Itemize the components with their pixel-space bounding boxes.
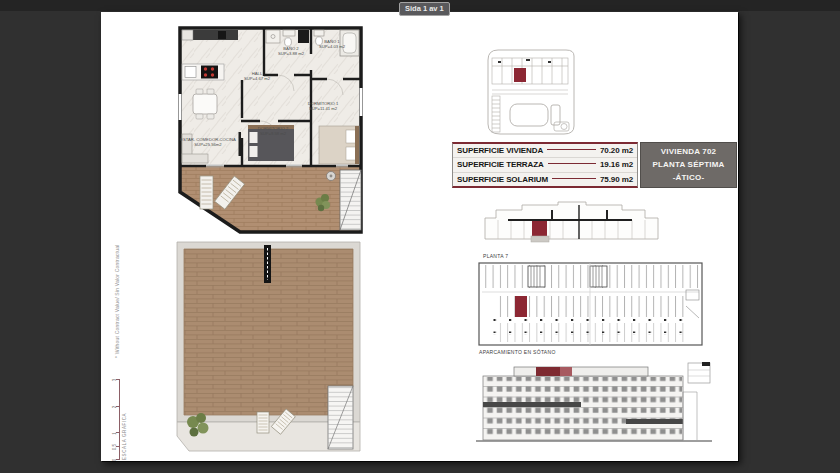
leader-line bbox=[548, 163, 596, 164]
skylight bbox=[264, 245, 271, 283]
floor-highlighted-unit bbox=[532, 221, 547, 236]
sink bbox=[185, 67, 196, 78]
parking-caption: APARCAMIENTO EN SÓTANO bbox=[479, 349, 556, 355]
surface-label: SUPERFICIE TERRAZA bbox=[457, 160, 544, 169]
building-elevation bbox=[476, 362, 712, 447]
elevation-dark-band-1 bbox=[483, 402, 581, 407]
title-block: VIVIENDA 702 PLANTA SÉPTIMA -ÁTICO- bbox=[640, 142, 737, 188]
floor-name: PLANTA SÉPTIMA bbox=[641, 159, 736, 171]
disclaimer-text: * Without Contract Value/ Sin Valor Cont… bbox=[114, 186, 120, 358]
document-page: * Without Contract Value/ Sin Valor Cont… bbox=[101, 12, 738, 461]
stair-core-2 bbox=[590, 266, 607, 287]
elevation-right-wing bbox=[683, 392, 697, 440]
site-pool bbox=[510, 104, 560, 126]
unit-number: VIVIENDA 702 bbox=[641, 146, 736, 158]
parking-plan bbox=[478, 262, 703, 346]
cooktop bbox=[201, 66, 218, 79]
floor-key-caption: PLANTA 7 bbox=[483, 253, 508, 259]
elevation-highlighted-unit bbox=[536, 367, 560, 376]
stair-core-1 bbox=[528, 266, 545, 287]
elevation-dark-band-2 bbox=[626, 419, 683, 424]
site-highlighted-unit bbox=[514, 68, 526, 82]
scale-tick-number: 1 bbox=[112, 432, 117, 435]
surface-label: SUPERFICIE VIVIENDA bbox=[457, 146, 543, 155]
apartment-plan bbox=[178, 26, 363, 238]
parking-columns-row-2 bbox=[488, 332, 686, 335]
parking-highlighted-stall bbox=[515, 296, 527, 317]
elevation-attic bbox=[514, 367, 648, 376]
terrace-lounger bbox=[200, 176, 213, 209]
leader-line bbox=[547, 149, 596, 150]
site-building-marks bbox=[498, 59, 551, 63]
site-plan bbox=[478, 42, 582, 140]
dining-table bbox=[193, 94, 217, 114]
bed-dormitorio2 bbox=[248, 125, 294, 161]
scale-tick-number: 0.5 bbox=[112, 444, 117, 450]
tv bbox=[239, 132, 242, 156]
surface-value: 75.90 m2 bbox=[600, 175, 633, 184]
scale-tick-number: 3 bbox=[112, 379, 117, 382]
solarium-lounger bbox=[257, 412, 269, 433]
site-building-band bbox=[492, 58, 568, 84]
unit-type: -ÁTICO- bbox=[641, 172, 736, 184]
terrace-stairs bbox=[340, 170, 361, 230]
surface-row: SUPERFICIE VIVIENDA 70.20 m2 bbox=[453, 144, 637, 158]
solarium-plan bbox=[175, 240, 362, 457]
floor-unit-balcony bbox=[531, 236, 549, 242]
scale-tick-number: 2 bbox=[112, 406, 117, 409]
parking-columns-row bbox=[488, 319, 686, 322]
floor-key-plan bbox=[482, 198, 661, 250]
elevation-annex bbox=[688, 362, 710, 383]
surface-value: 70.20 m2 bbox=[600, 146, 633, 155]
viewer-canvas: Sida 1 av 1 bbox=[0, 0, 840, 473]
terrace-table bbox=[327, 172, 336, 181]
leader-line bbox=[552, 178, 596, 179]
scale-tick-number: 0 bbox=[112, 459, 117, 462]
site-walkway bbox=[492, 90, 568, 94]
scale-label: ESCALA GRAFICA bbox=[122, 372, 127, 460]
site-detail bbox=[554, 122, 569, 131]
elevation-windows bbox=[484, 377, 682, 439]
oven bbox=[218, 31, 226, 39]
surface-row: SUPERFICIE TERRAZA 19.16 m2 bbox=[453, 158, 637, 172]
scale-ruler: 0 0.5 1 2 3 bbox=[112, 380, 120, 460]
surface-row: SUPERFICIE SOLARIUM 75.90 m2 bbox=[453, 173, 637, 186]
solarium-stairs bbox=[328, 386, 353, 449]
site-stair-strip bbox=[492, 96, 500, 132]
surface-value: 19.16 m2 bbox=[600, 160, 633, 169]
surface-label: SUPERFICIE SOLARIUM bbox=[457, 175, 548, 184]
scale-bar: 0 0.5 1 2 3 ESCALA GRAFICA bbox=[112, 372, 127, 460]
surface-table: SUPERFICIE VIVIENDA 70.20 m2 SUPERFICIE … bbox=[452, 142, 638, 188]
page-indicator: Sida 1 av 1 bbox=[399, 2, 450, 16]
bed-dormitorio1 bbox=[319, 126, 359, 164]
fridge bbox=[182, 30, 193, 40]
